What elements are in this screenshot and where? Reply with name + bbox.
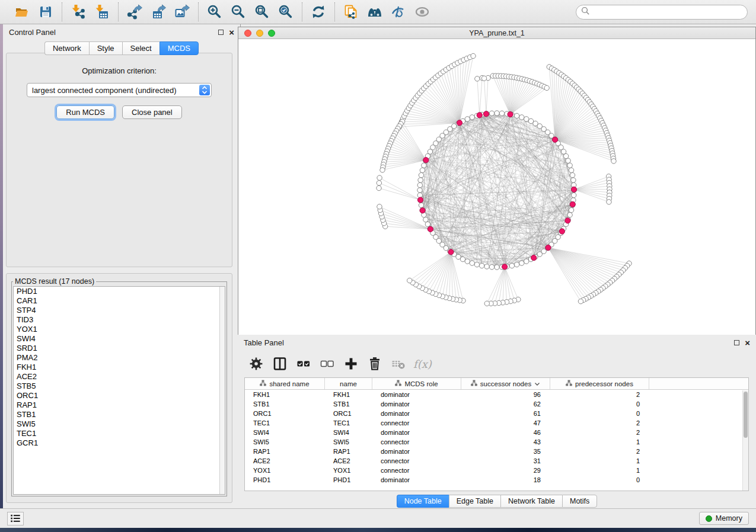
show-eye-icon[interactable] [413, 2, 432, 21]
memory-button[interactable]: Memory [699, 512, 749, 525]
tab-node-table[interactable]: Node Table [397, 495, 449, 508]
mcds-result-item[interactable]: RAP1 [14, 400, 225, 410]
deselect-all-icon[interactable] [317, 354, 337, 374]
table-row[interactable]: TEC1TEC1connector472 [245, 418, 748, 428]
column-header-shared-name[interactable]: shared name [245, 378, 325, 389]
network-window-titlebar[interactable]: YPA_prune.txt_1 [238, 27, 755, 39]
export-image-icon[interactable] [173, 2, 192, 21]
export-network-icon[interactable] [125, 2, 144, 21]
cell-shared-name: ACE2 [245, 456, 325, 466]
zoom-out-icon[interactable] [229, 2, 248, 21]
close-panel-button[interactable]: Close panel [122, 105, 182, 119]
float-panel-icon[interactable] [218, 30, 224, 35]
mcds-result-item[interactable]: SRD1 [14, 344, 225, 353]
graph-node [566, 158, 570, 163]
table-row[interactable]: SWI5SWI5connector431 [245, 437, 748, 447]
mcds-result-item[interactable]: STP4 [14, 306, 225, 315]
table-row[interactable]: ACE2ACE2connector311 [245, 456, 748, 466]
delete-icon[interactable] [365, 354, 385, 374]
tab-edge-table[interactable]: Edge Table [449, 495, 500, 508]
table-row[interactable]: YOX1YOX1connector291 [245, 466, 748, 475]
table-row[interactable]: RAP1RAP1dominator352 [245, 447, 748, 456]
mcds-list-scrollbar[interactable] [219, 287, 225, 494]
table-row[interactable]: PHD1PHD1dominator180 [245, 475, 748, 485]
mcds-result-item[interactable]: FKH1 [14, 363, 225, 372]
save-session-icon[interactable] [36, 2, 55, 21]
table-row[interactable]: ORC1ORC1dominator610 [245, 409, 748, 418]
toolbar-group [62, 2, 118, 21]
task-history-button[interactable] [7, 512, 24, 525]
mcds-result-item[interactable]: GCR1 [14, 438, 225, 448]
cell-shared-name: SWI5 [245, 437, 325, 447]
table-scrollbar[interactable] [742, 390, 748, 491]
tab-motifs[interactable]: Motifs [562, 495, 597, 508]
mcds-result-item[interactable]: STB5 [14, 382, 225, 391]
tab-network[interactable]: Network [44, 41, 89, 55]
table-scrollbar-thumb[interactable] [744, 392, 748, 438]
clone-network-icon[interactable] [342, 2, 361, 21]
mcds-result-item[interactable]: PMA2 [14, 353, 225, 363]
column-header-successor-nodes[interactable]: successor nodes [461, 378, 550, 389]
refresh-icon[interactable] [309, 2, 328, 21]
graph-node [419, 172, 423, 177]
dominator-node [570, 201, 575, 207]
close-panel-icon[interactable]: × [229, 28, 234, 37]
tab-mcds[interactable]: MCDS [160, 41, 199, 55]
gear-icon[interactable] [246, 354, 266, 374]
mcds-result-list[interactable]: PHD1CAR1STP4TID3YOX1SWI4SRD1PMA2FKH1ACE2… [13, 286, 225, 495]
cell-MCDS-role: dominator [372, 399, 461, 409]
graph-node [423, 217, 428, 222]
dominator-node [571, 187, 576, 192]
columns-icon[interactable] [270, 354, 290, 374]
column-header-MCDS-role[interactable]: MCDS role [372, 378, 461, 389]
mcds-controls-box: Optimization criterion: largest connecte… [6, 53, 232, 267]
add-icon[interactable] [341, 354, 361, 374]
run-mcds-button[interactable]: Run MCDS [56, 105, 114, 119]
select-all-icon[interactable] [294, 354, 314, 374]
window-close-icon[interactable] [244, 30, 251, 37]
table-row[interactable]: STB1STB1dominator620 [245, 399, 748, 409]
mcds-result-item[interactable]: ACE2 [14, 372, 225, 382]
mcds-result-item[interactable]: STB1 [14, 410, 225, 419]
column-header-name[interactable]: name [325, 378, 372, 389]
network-graph-canvas[interactable] [238, 39, 755, 335]
import-network-icon[interactable] [69, 2, 88, 21]
import-table-icon[interactable] [92, 2, 111, 21]
window-zoom-icon[interactable] [268, 30, 275, 37]
node-table: shared namenameMCDS rolesuccessor nodesp… [244, 377, 749, 491]
cell-successor-nodes: 62 [461, 399, 550, 409]
zoom-in-icon[interactable] [205, 2, 224, 21]
zoom-selected-icon[interactable] [276, 2, 295, 21]
search-input[interactable] [590, 8, 742, 16]
mcds-result-item[interactable]: ORC1 [14, 391, 225, 400]
optimization-criterion-select[interactable]: largest connected component (undirected) [27, 83, 212, 97]
window-minimize-icon[interactable] [256, 30, 263, 37]
mcds-result-item[interactable]: PHD1 [14, 287, 225, 296]
float-table-panel-icon[interactable] [734, 340, 739, 345]
search-box[interactable] [576, 5, 748, 20]
toolbar-group [302, 2, 334, 21]
open-file-icon[interactable] [12, 2, 31, 21]
cell-shared-name: STB1 [245, 399, 325, 409]
tab-network-table[interactable]: Network Table [500, 495, 562, 508]
tab-style[interactable]: Style [89, 41, 122, 55]
zoom-fit-icon[interactable] [253, 2, 272, 21]
mcds-result-item[interactable]: CAR1 [14, 296, 225, 306]
mcds-result-item[interactable]: TEC1 [14, 429, 225, 438]
close-table-panel-icon[interactable]: × [745, 338, 750, 347]
mcds-result-item[interactable]: SWI4 [14, 334, 225, 344]
column-header-predecessor-nodes[interactable]: predecessor nodes [550, 378, 649, 389]
mcds-result-item[interactable]: SWI5 [14, 419, 225, 429]
tab-select[interactable]: Select [122, 41, 160, 55]
mcds-result-item[interactable]: TID3 [14, 315, 225, 325]
table-panel: Table Panel × f(x) shared namenameMCDS r… [238, 335, 756, 508]
cell-name: TEC1 [325, 418, 372, 428]
binoculars-icon[interactable] [365, 2, 384, 21]
export-table-icon[interactable] [149, 2, 168, 21]
table-row[interactable]: FKH1FKH1dominator962 [245, 390, 748, 399]
table-row[interactable]: SWI4SWI4dominator462 [245, 428, 748, 437]
cell-name: STB1 [325, 399, 372, 409]
mcds-result-item[interactable]: YOX1 [14, 325, 225, 334]
hide-panel-icon[interactable] [389, 2, 408, 21]
graph-node [519, 115, 524, 120]
